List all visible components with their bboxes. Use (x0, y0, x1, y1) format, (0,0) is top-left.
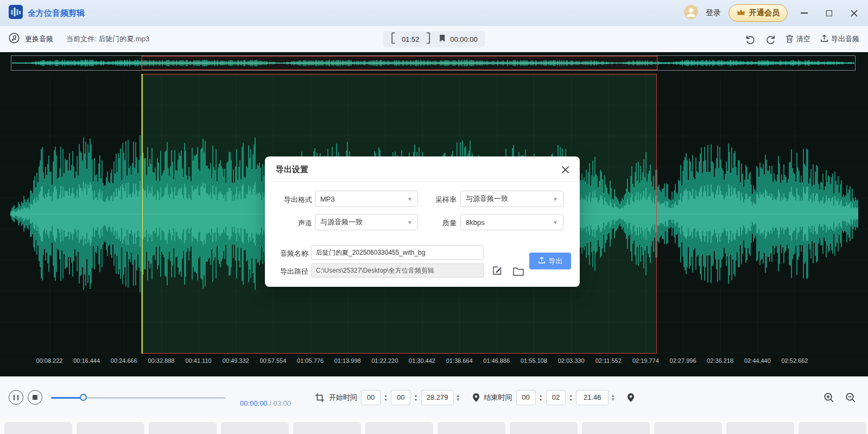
minimize-button[interactable] (795, 5, 813, 21)
export-audio-button[interactable]: 导出音频 (820, 34, 859, 44)
samplerate-select[interactable]: 与源音频一致 ▼ (460, 191, 563, 207)
start-time-stepper[interactable]: ▲▼ (456, 394, 460, 401)
clear-button[interactable]: 清空 (785, 34, 810, 45)
strip-box[interactable] (582, 422, 650, 434)
ruler-label: 02:19.774 (632, 357, 659, 364)
format-select[interactable]: MP3 ▼ (315, 191, 418, 207)
export-button-label: 导出 (549, 256, 563, 266)
zoom-in-icon[interactable] (823, 392, 834, 403)
strip-box[interactable] (293, 422, 361, 434)
trash-icon (785, 34, 794, 45)
end-seconds-field[interactable]: 21.46 (576, 390, 609, 405)
channel-select[interactable]: 与源音频一致 ▼ (315, 214, 418, 230)
playhead[interactable] (142, 74, 143, 354)
set-start-pin-icon[interactable] (472, 393, 480, 402)
strip-box[interactable] (438, 422, 505, 434)
samplerate-value: 与源音频一致 (466, 194, 508, 204)
clip-duration: 01:52 (400, 35, 421, 43)
progress-slider[interactable] (51, 394, 226, 401)
strip-box[interactable] (4, 422, 72, 434)
ruler-label: 00:08.222 (36, 357, 63, 364)
maximize-button[interactable] (820, 5, 838, 21)
vip-label: 开通会员 (749, 8, 780, 18)
right-bracket-icon (426, 32, 430, 46)
ruler-label: 00:32.888 (148, 357, 174, 364)
quality-value: 8kbps (466, 218, 485, 227)
strip-box[interactable] (149, 422, 217, 434)
total-time: / 03:00 (269, 399, 291, 407)
login-button[interactable]: 登录 (706, 8, 721, 18)
quality-label: 质量 (417, 218, 457, 228)
strip-box[interactable] (221, 422, 289, 434)
ruler-label: 01:38.664 (446, 357, 473, 364)
channel-value: 与源音频一致 (320, 217, 363, 227)
slider-handle[interactable] (80, 394, 87, 401)
start-seconds-field[interactable]: 28.279 (421, 390, 454, 405)
quality-select[interactable]: 8kbps ▼ (460, 214, 563, 230)
ruler-label: 01:46.886 (483, 357, 510, 364)
ruler-label: 00:49.332 (223, 357, 249, 364)
user-avatar[interactable] (684, 5, 698, 21)
ruler-label: 02:52.662 (782, 357, 808, 364)
open-folder-icon[interactable] (512, 265, 525, 278)
dialog-divider (265, 181, 580, 182)
strip-box[interactable] (77, 422, 144, 434)
strip-box[interactable] (799, 422, 866, 434)
set-end-pin-icon[interactable] (627, 393, 635, 402)
titlebar: 全方位音频剪辑 登录 开通会员 (0, 0, 868, 26)
zoom-out-icon[interactable] (845, 392, 856, 403)
strip-box[interactable] (726, 422, 794, 434)
trim-icon[interactable] (315, 393, 325, 402)
export-icon (820, 34, 828, 44)
pause-button[interactable] (9, 390, 23, 405)
waveform-overview[interactable] (11, 55, 856, 71)
ruler-label: 02:36.218 (707, 357, 733, 364)
thumbnail-strip (0, 418, 868, 434)
change-audio-button[interactable]: 更换音频 (25, 34, 53, 44)
strip-box[interactable] (654, 422, 722, 434)
end-hours-field[interactable]: 00 (516, 390, 536, 405)
crown-icon (737, 9, 745, 18)
toolbar: 更换音频 当前文件: 后陡门的夏.mp3 01:52 00:00:00 (0, 26, 868, 52)
redo-icon[interactable] (765, 34, 776, 44)
undo-icon[interactable] (745, 34, 756, 44)
ruler-label: 02:03.330 (558, 357, 585, 364)
close-button[interactable] (845, 5, 863, 21)
vip-button[interactable]: 开通会员 (728, 4, 788, 22)
stepper-down-icon[interactable]: ▼ (456, 398, 460, 401)
ruler-label: 02:44.440 (744, 357, 771, 364)
marker-time: 00:00:00 (450, 35, 478, 43)
current-file-label: 当前文件: 后陡门的夏.mp3 (66, 34, 149, 44)
end-time-stepper[interactable]: ▲▼ (611, 394, 615, 401)
export-button[interactable]: 导出 (529, 253, 571, 269)
dialog-close-icon[interactable] (559, 163, 571, 175)
strip-box[interactable] (510, 422, 578, 434)
clear-label: 清空 (796, 34, 810, 44)
export-dialog: 导出设置 导出格式 MP3 ▼ 采样率 与源音频一致 ▼ 声道 与源音频一致 ▼… (265, 156, 580, 287)
ruler-label: 02:11.552 (595, 357, 622, 364)
chevron-down-icon: ▼ (407, 219, 413, 225)
music-note-icon (9, 33, 20, 46)
time-readout: 00:00:00 / 03:00 (240, 399, 291, 407)
colon-separator: : (414, 393, 417, 402)
upload-icon (538, 256, 546, 266)
overview-selection[interactable] (142, 56, 657, 70)
strip-box[interactable] (365, 422, 433, 434)
bookmark-icon (439, 34, 445, 45)
end-minutes-field[interactable]: 02 (546, 390, 566, 405)
stop-button[interactable] (28, 390, 42, 405)
audio-name-input[interactable] (311, 246, 484, 260)
ruler-label: 01:05.776 (297, 357, 324, 364)
stop-icon (33, 395, 37, 400)
pause-icon (14, 395, 18, 400)
ruler-label: 00:24.666 (111, 357, 137, 364)
ruler-label: 01:55.108 (521, 357, 547, 364)
export-audio-label: 导出音频 (831, 34, 859, 44)
start-hours-field[interactable]: 00 (361, 390, 381, 405)
start-minutes-field[interactable]: 00 (391, 390, 410, 405)
stepper-down-icon[interactable]: ▼ (611, 398, 615, 401)
edit-path-icon[interactable] (491, 264, 504, 277)
ruler-label: 00:16.444 (73, 357, 100, 364)
format-label: 导出格式 (265, 195, 312, 205)
export-path-input[interactable] (311, 263, 484, 278)
